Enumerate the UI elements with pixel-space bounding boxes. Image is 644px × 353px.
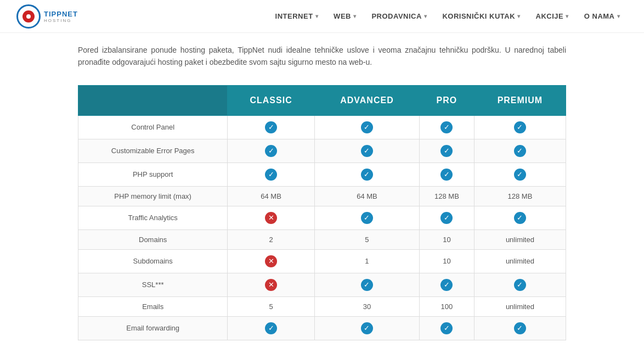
col-header-pro: PRO [420,85,474,115]
cell-advanced: 1 [314,249,419,273]
feature-col-header [78,85,228,115]
cell-advanced: ✓ [314,206,419,229]
check-icon: ✓ [265,322,277,334]
check-icon: ✓ [514,322,526,334]
feature-name-cell: Traffic Analytics [78,206,228,229]
cell-classic: ✓ [228,139,315,163]
logo-icon [16,4,41,29]
cell-premium: ✓ [474,163,566,186]
cell-pro: ✓ [420,273,474,296]
check-icon: ✓ [440,279,453,291]
feature-name-cell: Email forwarding [78,316,228,340]
brand-subtext: HOSTING [44,18,78,23]
nav-item-prodavnica[interactable]: PRODAVNICA ▾ [364,0,434,33]
nav-item-korisnicki[interactable]: KORISNIČKI KUTAK ▾ [434,0,528,33]
pricing-table: CLASSIC ADVANCED PRO PREMIUM Control Pan… [78,85,566,340]
chevron-down-icon: ▾ [424,13,427,19]
feature-name-cell: SSL*** [78,273,228,296]
cell-advanced: 64 MB [314,186,419,206]
cell-advanced: ✓ [314,273,419,296]
check-icon: ✓ [514,121,526,133]
table-row: PHP support✓✓✓✓ [78,163,566,186]
chevron-down-icon: ▾ [517,13,521,19]
cell-pro: 10 [420,249,474,273]
col-header-classic: CLASSIC [228,85,315,115]
check-icon: ✓ [265,145,277,157]
cell-pro: 100 [420,296,474,316]
check-icon: ✓ [440,145,453,157]
intro-paragraph: Pored izbalansirane ponude hosting paket… [78,44,566,69]
cross-icon: ✕ [265,255,277,267]
nav-item-akcije[interactable]: AKCIJE ▾ [528,0,577,33]
cell-advanced: ✓ [314,163,419,186]
chevron-down-icon: ▾ [353,13,357,19]
cell-premium: unlimited [474,229,566,249]
page-content: Pored izbalansirane ponude hosting paket… [70,33,574,353]
cell-advanced: 30 [314,296,419,316]
cell-premium: 128 MB [474,186,566,206]
col-header-advanced: ADVANCED [314,85,419,115]
cell-classic: ✓ [228,115,315,139]
check-icon: ✓ [514,145,526,157]
cell-advanced: ✓ [314,316,419,340]
col-header-premium: PREMIUM [474,85,566,115]
cell-premium: ✓ [474,316,566,340]
table-row: PHP memory limit (max)64 MB64 MB128 MB12… [78,186,566,206]
table-row: Control Panel✓✓✓✓ [78,115,566,139]
cross-icon: ✕ [265,212,277,224]
chevron-down-icon: ▾ [617,13,620,19]
nav-item-onama[interactable]: O NAMA ▾ [577,0,628,33]
check-icon: ✓ [514,212,526,224]
feature-name-cell: PHP support [78,163,228,186]
table-row: SSL***✕✓✓✓ [78,273,566,296]
check-icon: ✓ [514,169,526,181]
nav-item-internet[interactable]: INTERNET ▾ [268,0,326,33]
check-icon: ✓ [265,121,277,133]
cell-pro: 10 [420,229,474,249]
chevron-down-icon: ▾ [566,13,569,19]
cell-classic: 64 MB [228,186,315,206]
check-icon: ✓ [440,121,453,133]
cell-classic: ✓ [228,163,315,186]
cell-classic: ✕ [228,249,315,273]
check-icon: ✓ [265,169,277,181]
cell-advanced: 5 [314,229,419,249]
feature-name-cell: Subdomains [78,249,228,273]
cell-classic: 2 [228,229,315,249]
check-icon: ✓ [361,322,373,334]
brand-name: TIPPNET HOSTING [44,9,78,23]
cell-premium: ✓ [474,115,566,139]
check-icon: ✓ [361,145,373,157]
cell-advanced: ✓ [314,115,419,139]
cell-classic: ✓ [228,316,315,340]
cell-classic: ✕ [228,206,315,229]
check-icon: ✓ [361,169,373,181]
cell-pro: ✓ [420,316,474,340]
feature-name-cell: Customizable Error Pages [78,139,228,163]
feature-name-cell: PHP memory limit (max) [78,186,228,206]
table-row: Customizable Error Pages✓✓✓✓ [78,139,566,163]
feature-name-cell: Emails [78,296,228,316]
check-icon: ✓ [440,212,453,224]
table-row: Emails530100unlimited [78,296,566,316]
cell-classic: ✕ [228,273,315,296]
feature-name-cell: Domains [78,229,228,249]
cell-premium: ✓ [474,139,566,163]
table-row: Traffic Analytics✕✓✓✓ [78,206,566,229]
logo-area[interactable]: TIPPNET HOSTING [16,4,78,29]
cell-pro: ✓ [420,115,474,139]
check-icon: ✓ [361,279,373,291]
table-row: Email forwarding✓✓✓✓ [78,316,566,340]
cell-premium: unlimited [474,296,566,316]
cell-pro: ✓ [420,139,474,163]
cell-pro: ✓ [420,163,474,186]
table-header-row: CLASSIC ADVANCED PRO PREMIUM [78,85,566,115]
table-row: Domains2510unlimited [78,229,566,249]
table-row: Subdomains✕110unlimited [78,249,566,273]
cell-pro: ✓ [420,206,474,229]
nav-links: INTERNET ▾ WEB ▾ PRODAVNICA ▾ KORISNIČKI… [268,0,628,33]
nav-item-web[interactable]: WEB ▾ [326,0,364,33]
cell-classic: 5 [228,296,315,316]
cell-premium: ✓ [474,273,566,296]
navbar: TIPPNET HOSTING INTERNET ▾ WEB ▾ PRODAVN… [0,0,644,33]
